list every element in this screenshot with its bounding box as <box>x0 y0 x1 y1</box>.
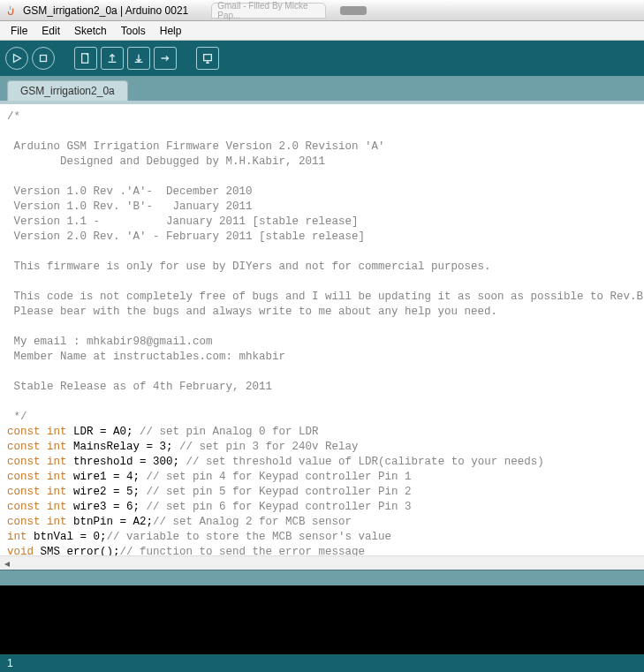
code-text: SMS_error(); <box>34 546 120 555</box>
window-title: GSM_irrigation2_0a | Arduino 0021 <box>23 4 188 17</box>
upload-button[interactable] <box>154 47 177 70</box>
code-keyword: const <box>7 516 41 528</box>
statusbar: 1 <box>0 654 644 672</box>
code-text: btnVal = 0; <box>27 531 107 543</box>
code-comment: // function to send the error message <box>120 546 366 555</box>
code-type: int <box>47 516 67 528</box>
code-type: int <box>47 441 67 453</box>
code-comment: Arduino GSM Irrigation Firmware Version … <box>7 140 385 153</box>
code-comment: // set pin Analog 0 for LDR <box>133 426 319 438</box>
code-type: int <box>7 531 27 543</box>
code-text: wire2 = 5; <box>67 486 140 498</box>
code-text: LDR = A0; <box>67 426 133 438</box>
code-comment: // variable to store the MCB sensor's va… <box>107 531 392 543</box>
background-blob <box>340 6 367 15</box>
console <box>0 585 644 654</box>
console-header <box>0 570 644 585</box>
code-comment: // set pin 5 for Keypad controller Pin 2 <box>140 486 412 498</box>
code-comment: // set Analog 2 for MCB sensor <box>153 516 352 528</box>
menu-help[interactable]: Help <box>153 23 189 39</box>
code-keyword: void <box>7 546 34 555</box>
stop-button[interactable] <box>32 47 55 70</box>
code-comment: Please bear with the bugs and always wri… <box>7 306 497 318</box>
line-number: 1 <box>7 657 13 669</box>
code-comment: Version 1.0 Rev .'A'- December 2010 <box>7 185 253 198</box>
code-comment: Version 1.0 Rev. 'B'- January 2011 <box>7 200 253 213</box>
code-text: btnPin = A2; <box>67 516 154 528</box>
save-button[interactable] <box>127 47 150 70</box>
code-comment: // set threshold value of LDR(calibrate … <box>179 456 544 468</box>
code-comment: Stable Release as of 4th February, 2011 <box>7 381 272 393</box>
code-editor[interactable]: /* Arduino GSM Irrigation Firmware Versi… <box>0 104 644 555</box>
code-type: int <box>47 426 67 438</box>
background-window-label: Gmail - Filled By Micke Pap... <box>217 1 320 20</box>
code-keyword: const <box>7 441 41 453</box>
code-type: int <box>47 456 67 468</box>
menu-edit[interactable]: Edit <box>34 23 67 39</box>
scroll-left-arrow[interactable]: ◂ <box>0 557 14 570</box>
code-text: threshold = 300; <box>67 456 180 468</box>
svg-rect-1 <box>41 56 47 62</box>
verify-button[interactable] <box>5 47 28 70</box>
code-comment: /* <box>7 110 20 123</box>
code-keyword: const <box>7 456 41 468</box>
code-comment: This code is not completely free of bugs… <box>7 291 643 303</box>
java-icon <box>4 4 18 18</box>
background-window-tab: Gmail - Filled By Micke Pap... <box>211 3 326 19</box>
open-button[interactable] <box>101 47 124 70</box>
code-keyword: const <box>7 426 41 438</box>
svg-marker-0 <box>14 55 21 63</box>
code-comment: */ <box>7 411 27 423</box>
code-text: wire1 = 4; <box>67 471 140 483</box>
menubar: File Edit Sketch Tools Help <box>0 21 644 41</box>
tabbar: GSM_irrigation2_0a <box>0 76 644 101</box>
code-comment: // set pin 6 for Keypad controller Pin 3 <box>140 501 412 513</box>
code-text: wire3 = 6; <box>67 501 140 513</box>
serial-monitor-button[interactable] <box>196 47 219 70</box>
code-type: int <box>47 486 67 498</box>
code-comment: Version 2.0 Rev. 'A' - February 2011 [st… <box>7 230 365 243</box>
toolbar <box>0 41 644 76</box>
code-comment: This firmware is only for use by DIYers … <box>7 260 491 273</box>
menu-file[interactable]: File <box>4 23 34 39</box>
code-type: int <box>47 471 67 483</box>
horizontal-scrollbar[interactable]: ◂ <box>0 555 644 570</box>
code-comment: My email : mhkabir98@gmail.com <box>7 336 213 348</box>
sketch-tab[interactable]: GSM_irrigation2_0a <box>7 80 128 101</box>
code-comment: Designed and Debugged by M.H.Kabir, 2011 <box>7 155 325 168</box>
code-keyword: const <box>7 501 41 513</box>
code-text: MainsRelay = 3; <box>67 441 173 453</box>
code-keyword: const <box>7 471 41 483</box>
code-comment: Member Name at instructables.com: mhkabi… <box>7 351 285 363</box>
window-titlebar: GSM_irrigation2_0a | Arduino 0021 Gmail … <box>0 0 644 21</box>
code-type: int <box>47 501 67 513</box>
new-button[interactable] <box>74 47 97 70</box>
menu-sketch[interactable]: Sketch <box>67 23 114 39</box>
menu-tools[interactable]: Tools <box>114 23 153 39</box>
code-comment: Version 1.1 - January 2011 [stable relea… <box>7 215 359 228</box>
code-keyword: const <box>7 486 41 498</box>
code-comment: // set pin 3 for 240v Relay <box>173 441 359 453</box>
svg-rect-3 <box>204 55 212 61</box>
code-comment: // set pin 4 for Keypad controller Pin 1 <box>140 471 412 483</box>
